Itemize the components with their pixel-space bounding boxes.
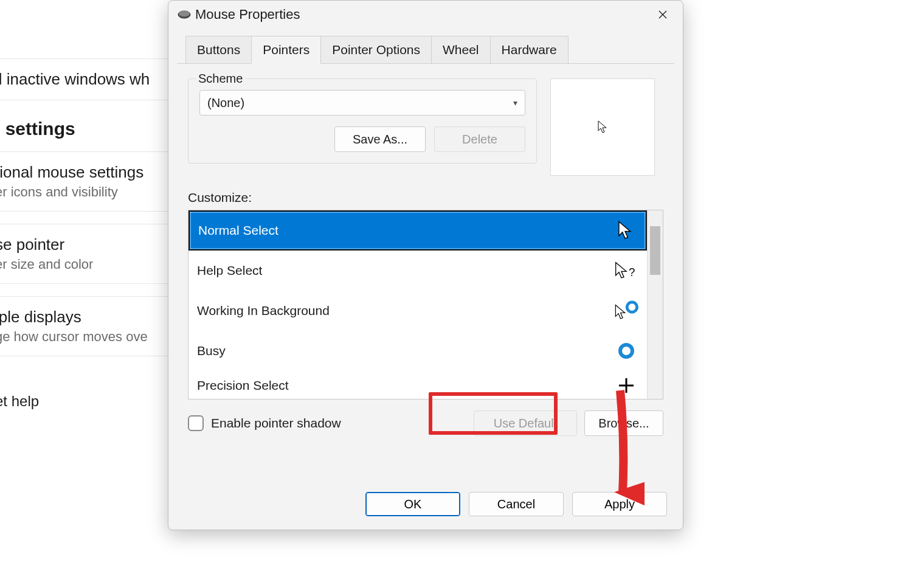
cursor-item-precision-select[interactable]: Precision Select: [188, 371, 647, 399]
cursor-item-label: Help Select: [197, 263, 262, 278]
enable-shadow-label: Enable pointer shadow: [211, 416, 466, 431]
cursor-item-busy[interactable]: Busy: [188, 331, 647, 371]
cursor-item-normal-select[interactable]: Normal Select: [188, 210, 647, 251]
cursor-item-label: Working In Background: [197, 303, 330, 318]
enable-shadow-checkbox[interactable]: [188, 415, 204, 431]
bg-related-settings-heading: l settings: [0, 119, 171, 139]
chevron-down-icon: ▾: [513, 98, 517, 108]
arrow-cursor-icon: [613, 221, 637, 240]
pointers-panel: Scheme (None) ▾ Save As... Delete Custom…: [168, 64, 683, 492]
dialog-button-row: OK Cancel Apply: [168, 492, 683, 530]
mouse-properties-dialog: Mouse Properties Buttons Pointers Pointe…: [168, 0, 683, 530]
pointer-preview: [550, 78, 655, 176]
tab-strip: Buttons Pointers Pointer Options Wheel H…: [177, 36, 674, 64]
svg-point-3: [627, 302, 637, 311]
tab-hardware[interactable]: Hardware: [490, 36, 569, 63]
delete-button: Delete: [434, 126, 525, 152]
cursor-item-help-select[interactable]: Help Select ?: [188, 251, 647, 291]
tab-wheel[interactable]: Wheel: [431, 36, 491, 63]
dialog-title: Mouse Properties: [195, 7, 300, 22]
scrollbar[interactable]: [647, 210, 663, 399]
cursor-item-label: Busy: [197, 344, 226, 358]
close-button[interactable]: [649, 5, 677, 24]
scheme-group: Scheme (None) ▾ Save As... Delete: [188, 78, 537, 164]
scrollbar-thumb[interactable]: [650, 226, 660, 275]
cross-cursor-icon: [614, 377, 638, 394]
browse-button[interactable]: Browse...: [584, 410, 663, 436]
scheme-dropdown[interactable]: (None) ▾: [199, 90, 525, 116]
mouse-icon: [177, 10, 192, 19]
close-icon: [659, 10, 667, 19]
arrow-ring-cursor-icon: [614, 300, 638, 321]
bg-row-sub: ge how cursor moves ove: [0, 329, 171, 345]
scheme-label: Scheme: [196, 72, 245, 86]
bg-row-title: tional mouse settings: [0, 163, 171, 182]
svg-point-4: [620, 345, 632, 357]
svg-point-1: [179, 11, 190, 16]
bg-row-sub: er icons and visibility: [0, 184, 171, 200]
ok-button[interactable]: OK: [365, 492, 460, 516]
arrow-help-cursor-icon: ?: [614, 261, 638, 280]
scheme-value: (None): [207, 96, 244, 110]
bg-get-help[interactable]: et help: [0, 393, 171, 410]
tab-buttons[interactable]: Buttons: [185, 36, 252, 63]
use-default-button: Use Default: [474, 410, 577, 436]
cursor-item-label: Precision Select: [197, 378, 289, 393]
cursor-item-working-background[interactable]: Working In Background: [188, 291, 647, 331]
titlebar: Mouse Properties: [168, 1, 683, 27]
svg-text:?: ?: [629, 266, 635, 278]
customize-label: Customize:: [188, 190, 663, 205]
cursor-list: Normal Select Help Select ? Working In B…: [188, 210, 663, 399]
ring-cursor-icon: [614, 342, 638, 360]
arrow-cursor-icon: [597, 120, 608, 134]
bg-row-title: se pointer: [0, 235, 171, 254]
apply-button[interactable]: Apply: [572, 492, 667, 516]
tab-pointer-options[interactable]: Pointer Options: [320, 36, 432, 63]
tab-pointers[interactable]: Pointers: [251, 36, 321, 64]
cursor-item-label: Normal Select: [198, 223, 278, 238]
bg-row-sub: er size and color: [0, 257, 171, 272]
bg-row-title: iple displays: [0, 308, 171, 327]
save-as-button[interactable]: Save As...: [334, 126, 426, 152]
cancel-button[interactable]: Cancel: [469, 492, 564, 516]
bg-row-inactive: ll inactive windows wh: [0, 70, 171, 89]
